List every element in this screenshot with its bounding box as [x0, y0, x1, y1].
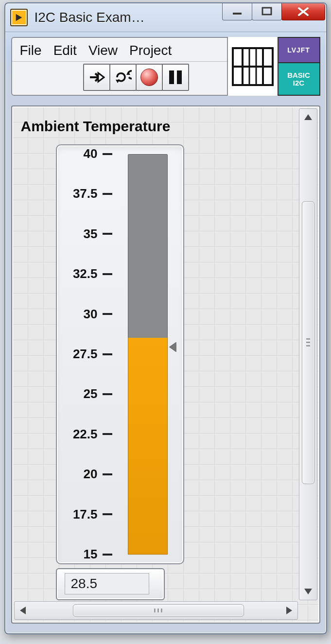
horizontal-scrollbar[interactable] [14, 601, 298, 620]
vertical-scrollbar[interactable] [299, 108, 317, 600]
svg-marker-3 [98, 73, 104, 82]
labview-app-icon [10, 9, 28, 26]
window-title: I2C Basic Exam… [35, 10, 223, 25]
horizontal-scroll-thumb[interactable] [73, 604, 244, 617]
menu-file[interactable]: File [20, 43, 42, 58]
window-frame: I2C Basic Exam… File Edit View Project [4, 2, 327, 634]
title-bar[interactable]: I2C Basic Exam… [5, 3, 326, 32]
vi-badge-bottom[interactable]: BASIC I2C [279, 63, 320, 96]
menu-project[interactable]: Project [129, 43, 172, 58]
vertical-scroll-thumb[interactable] [302, 201, 314, 484]
digital-display: 28.5 [56, 568, 165, 600]
abort-button[interactable] [136, 64, 163, 91]
tank-indicator: 4037.53532.53027.52522.52017.515 [56, 144, 184, 564]
connector-pane-icon[interactable] [228, 37, 279, 96]
icon-connector-pane: LVJFT BASIC I2C [227, 37, 320, 96]
tank-fill [128, 338, 168, 555]
tank-tick: 32.5 [63, 266, 112, 281]
tank-tick: 30 [63, 307, 112, 322]
menu-view[interactable]: View [88, 43, 118, 58]
vi-badge-top[interactable]: LVJFT [279, 37, 320, 63]
close-button[interactable] [281, 3, 325, 20]
front-panel[interactable]: Ambient Temperature 4037.53532.53027.525… [11, 105, 320, 624]
menu-edit[interactable]: Edit [53, 43, 77, 58]
tank-tick: 22.5 [63, 427, 112, 442]
minimize-button[interactable] [222, 3, 252, 20]
run-button[interactable] [83, 64, 110, 91]
svg-rect-2 [262, 8, 271, 15]
pause-button[interactable] [162, 64, 189, 91]
menu-toolbar-strip: File Edit View Project [11, 37, 320, 96]
tank-tick: 15 [63, 547, 112, 562]
stop-icon [140, 69, 158, 86]
tank-tick: 40 [63, 146, 112, 161]
tank-tick: 20 [63, 467, 112, 482]
svg-marker-0 [16, 14, 22, 21]
run-continuously-button[interactable] [109, 64, 137, 91]
scroll-left-icon[interactable] [16, 602, 30, 619]
tank-tick: 17.5 [63, 507, 112, 522]
tank-value-marker-icon [170, 342, 176, 352]
indicator-label: Ambient Temperature [21, 118, 171, 135]
scroll-down-icon[interactable] [299, 584, 317, 599]
tank-tube [128, 154, 168, 555]
svg-rect-1 [233, 13, 242, 15]
pause-icon [169, 70, 182, 84]
digital-display-value[interactable]: 28.5 [65, 573, 149, 594]
tank-tick: 27.5 [63, 347, 112, 362]
maximize-button[interactable] [252, 3, 282, 20]
tank-tick: 37.5 [63, 186, 112, 201]
tank-tick: 25 [63, 386, 112, 401]
scroll-up-icon[interactable] [299, 110, 317, 124]
scroll-right-icon[interactable] [282, 602, 296, 619]
tank-tick: 35 [63, 226, 112, 242]
